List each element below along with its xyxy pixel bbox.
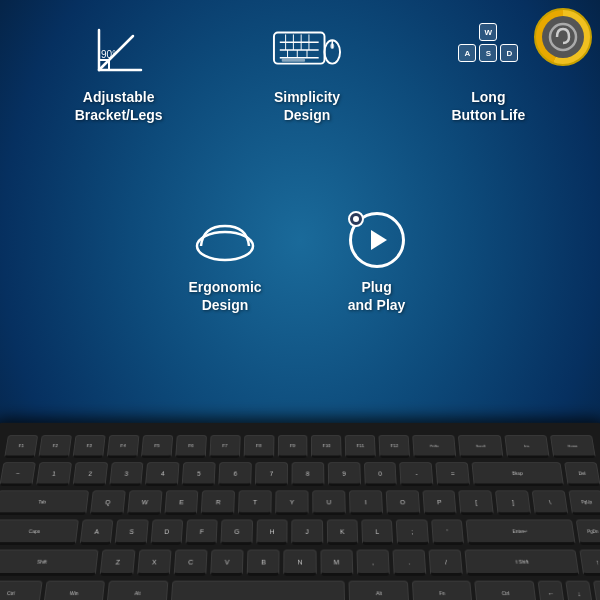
key-pg-up: PgUp — [568, 490, 600, 515]
key-u: U — [312, 490, 345, 515]
key-up: ↑ — [579, 550, 600, 576]
key-scroll: Scroll — [458, 435, 503, 458]
key-prtsc: PrtSc — [412, 435, 456, 458]
zxcv-key-row: Shift Z X C V B N M , . / ⇧Shift ↑ — [0, 550, 600, 576]
key-w: W — [127, 490, 162, 515]
key-f5: F5 — [141, 435, 173, 458]
svg-rect-20 — [282, 59, 305, 62]
feature-adjustable-bracket: 90° Adjustable Bracket/Legs — [75, 20, 163, 124]
mouse-ergonomic-icon — [190, 210, 260, 270]
key-f3: F3 — [72, 435, 105, 458]
key-y: Y — [275, 490, 308, 515]
key-home: Home — [550, 435, 596, 458]
key-h: H — [256, 519, 288, 544]
key-quote: ' — [431, 519, 464, 544]
key-f8: F8 — [243, 435, 274, 458]
key-left: ← — [538, 581, 566, 600]
feature-ergonomic-design: Ergonomic Design — [188, 210, 261, 314]
key-s: S — [115, 519, 149, 544]
keyboard-rows: F1 F2 F3 F4 F5 F6 F7 F8 F9 F10 F11 F12 P… — [0, 435, 600, 600]
key-4: 4 — [145, 462, 179, 486]
key-f6: F6 — [175, 435, 207, 458]
svg-point-24 — [197, 232, 253, 260]
key-win: Win — [42, 581, 105, 600]
qwerty-key-row: Tab Q W E R T Y U I O P [ ] \ PgUp — [0, 490, 600, 515]
key-pg-dn: PgDn — [575, 519, 600, 544]
s-key: S — [479, 44, 497, 62]
key-shift-r: ⇧Shift — [465, 550, 579, 576]
key-p: P — [422, 490, 457, 515]
key-alt-r: Alt — [349, 581, 410, 600]
key-backspace: Bksp — [472, 462, 564, 486]
key-backslash: \ — [532, 490, 569, 515]
key-alt-l: Alt — [106, 581, 168, 600]
key-8: 8 — [291, 462, 324, 486]
key-caps: Caps — [0, 519, 79, 544]
key-o: O — [385, 490, 419, 515]
key-0: 0 — [364, 462, 398, 486]
angle-bracket-icon: 90° — [84, 20, 154, 80]
key-v: V — [210, 550, 244, 576]
key-z: Z — [100, 550, 135, 576]
features-row-1: 90° Adjustable Bracket/Legs — [0, 20, 600, 124]
key-ctrl-l: Ctrl — [0, 581, 42, 600]
w-key: W — [479, 23, 497, 41]
svg-point-23 — [330, 43, 334, 49]
key-q: Q — [90, 490, 126, 515]
key-6: 6 — [218, 462, 251, 486]
function-key-row: F1 F2 F3 F4 F5 F6 F7 F8 F9 F10 F11 F12 P… — [4, 435, 596, 458]
key-t: T — [238, 490, 272, 515]
key-5: 5 — [182, 462, 216, 486]
key-d: D — [150, 519, 183, 544]
key-rbracket: ] — [495, 490, 531, 515]
plug-play-icon — [342, 210, 412, 270]
logo-icon — [542, 16, 584, 58]
feature-plug-and-play: Plug and Play — [342, 210, 412, 314]
key-f4: F4 — [107, 435, 140, 458]
key-down: ↓ — [565, 581, 593, 600]
key-a: A — [79, 519, 113, 544]
key-l: L — [361, 519, 393, 544]
key-tab: Tab — [0, 490, 89, 515]
d-key: D — [500, 44, 518, 62]
key-f1: F1 — [4, 435, 38, 458]
key-f: F — [185, 519, 218, 544]
key-slash: / — [429, 550, 464, 576]
key-f11: F11 — [345, 435, 376, 458]
a-key: A — [458, 44, 476, 62]
key-space — [170, 581, 345, 600]
simplicity-design-label: Simplicity Design — [274, 88, 340, 124]
long-button-life-label: Long Button Life — [451, 88, 525, 124]
key-9: 9 — [328, 462, 361, 486]
number-key-row: ~ 1 2 3 4 5 6 7 8 9 0 - = Bksp Del — [0, 462, 600, 486]
key-f2: F2 — [38, 435, 72, 458]
key-c: C — [173, 550, 207, 576]
key-n: N — [284, 550, 317, 576]
key-r: R — [201, 490, 235, 515]
key-ctrl-r: Ctrl — [475, 581, 537, 600]
key-m: M — [320, 550, 353, 576]
feature-long-button-life: W A S D Long Button Life — [451, 20, 525, 124]
key-equals: = — [436, 462, 471, 486]
ergonomic-design-label: Ergonomic Design — [188, 278, 261, 314]
key-j: J — [291, 519, 322, 544]
keyboard-body: F1 F2 F3 F4 F5 F6 F7 F8 F9 F10 F11 F12 P… — [0, 423, 600, 600]
key-del: Del — [564, 462, 600, 486]
features-row-2: Ergonomic Design Plug and Play — [20, 210, 580, 314]
key-e: E — [164, 490, 199, 515]
key-lbracket: [ — [459, 490, 494, 515]
key-f7: F7 — [209, 435, 240, 458]
key-f9: F9 — [277, 435, 307, 458]
key-i: I — [349, 490, 383, 515]
key-shift-l: Shift — [0, 550, 99, 576]
key-minus: - — [400, 462, 434, 486]
keyboard-image: F1 F2 F3 F4 F5 F6 F7 F8 F9 F10 F11 F12 P… — [0, 370, 600, 600]
key-comma: , — [356, 550, 390, 576]
product-page: 90° Adjustable Bracket/Legs — [0, 0, 600, 600]
key-k: K — [326, 519, 358, 544]
asdf-key-row: Caps A S D F G H J K L ; ' Enter↵ PgDn — [0, 519, 600, 544]
brand-logo — [534, 8, 592, 66]
key-2: 2 — [72, 462, 107, 486]
key-tilde: ~ — [0, 462, 36, 486]
bottom-key-row: Ctrl Win Alt Alt Fn Ctrl ← ↓ → — [0, 581, 600, 600]
